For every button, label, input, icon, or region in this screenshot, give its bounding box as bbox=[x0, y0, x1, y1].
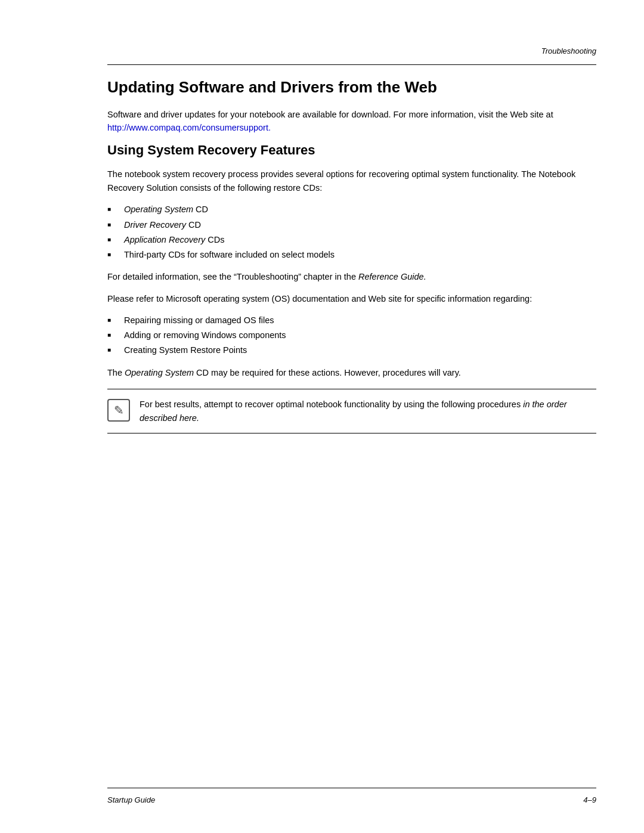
section2-intro: The notebook system recovery process pro… bbox=[107, 168, 596, 194]
footer-rule bbox=[107, 788, 596, 788]
section1-para-text: Software and driver updates for your not… bbox=[107, 110, 553, 119]
footer-left-text: Startup Guide bbox=[107, 795, 155, 804]
header-rule bbox=[107, 64, 596, 65]
section2-para4: The Operating System CD may be required … bbox=[107, 366, 596, 379]
page: Troubleshooting Updating Software and Dr… bbox=[0, 0, 644, 833]
section2-para3: Please refer to Microsoft operating syst… bbox=[107, 292, 596, 305]
para4-italic: Operating System bbox=[125, 368, 194, 377]
content-area: Updating Software and Drivers from the W… bbox=[107, 78, 596, 433]
note-box: For best results, attempt to recover opt… bbox=[107, 389, 596, 433]
note-text: For best results, attempt to recover opt… bbox=[140, 398, 596, 425]
list-item: Driver Recovery CD bbox=[107, 218, 596, 232]
list-item: Operating System CD bbox=[107, 203, 596, 216]
para2-italic-text: Reference Guide. bbox=[358, 272, 426, 281]
section1-link[interactable]: http://www.compaq.com/consumersupport. bbox=[107, 123, 271, 132]
para4-end: CD may be required for these actions. Ho… bbox=[194, 368, 461, 377]
footer-page-number: 4–9 bbox=[583, 795, 596, 804]
note-icon bbox=[107, 399, 131, 422]
note-text-start: For best results, attempt to recover opt… bbox=[140, 400, 523, 409]
chapter-title-text: Troubleshooting bbox=[541, 47, 596, 55]
list-item: Third-party CDs for software included on… bbox=[107, 248, 596, 262]
section1-title: Updating Software and Drivers from the W… bbox=[107, 78, 596, 97]
list-item-windows-components: Adding or removing Windows components bbox=[107, 329, 596, 342]
header-chapter-label: Troubleshooting bbox=[541, 47, 596, 55]
para2-text: For detailed information, see the “Troub… bbox=[107, 272, 356, 281]
list-item-restore-points: Creating System Restore Points bbox=[107, 343, 596, 357]
list-item-repair: Repairing missing or damaged OS files bbox=[107, 314, 596, 327]
section2-title: Using System Recovery Features bbox=[107, 143, 596, 158]
pencil-icon bbox=[107, 399, 130, 422]
list-item: Application Recovery CDs bbox=[107, 233, 596, 247]
para4-start: The bbox=[107, 368, 125, 377]
os-tasks-list: Repairing missing or damaged OS files Ad… bbox=[107, 314, 596, 358]
footer: Startup Guide 4–9 bbox=[107, 795, 596, 804]
recovery-cds-list: Operating System CD Driver Recovery CD A… bbox=[107, 203, 596, 262]
section1-paragraph: Software and driver updates for your not… bbox=[107, 108, 596, 135]
section2-para2: For detailed information, see the “Troub… bbox=[107, 270, 596, 283]
